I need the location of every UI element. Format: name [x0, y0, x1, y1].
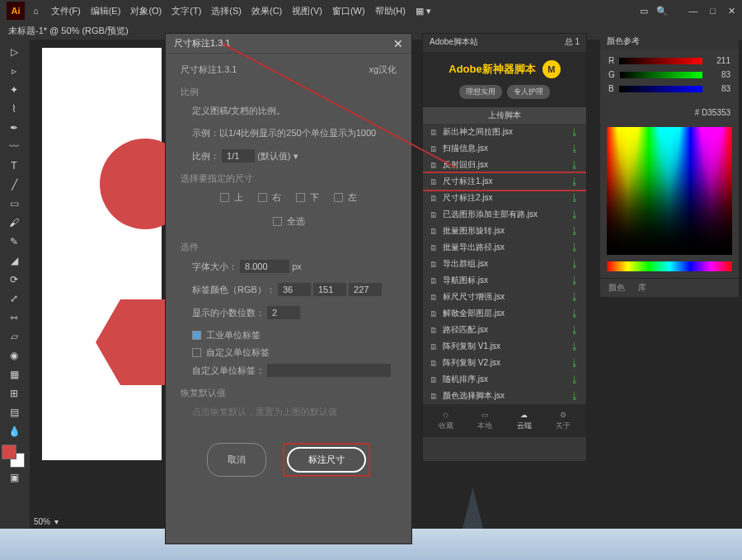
download-icon[interactable]: ⭳ [570, 357, 580, 369]
scripts-btn-1[interactable]: 理想实用 [459, 85, 502, 99]
script-item[interactable]: 🗎路径匹配.jsx⭳ [423, 322, 586, 338]
annotate-button[interactable]: 标注尺寸 [287, 447, 366, 473]
scale-tool-icon[interactable]: ⤢ [2, 289, 26, 308]
window-maximize-icon[interactable]: □ [710, 6, 716, 16]
script-item[interactable]: 🗎解散全部图层.jsx⭳ [423, 305, 586, 322]
download-icon[interactable]: ⭳ [570, 242, 580, 253]
zoom-dropdown-icon[interactable]: ▾ [54, 517, 59, 526]
tab-library[interactable]: 库 [638, 282, 646, 294]
scale-dropdown-icon[interactable]: ▾ [294, 151, 298, 161]
rectangle-tool-icon[interactable]: ▭ [2, 195, 26, 213]
cb-industrial[interactable]: 工业单位标签 [192, 329, 397, 341]
b-slider[interactable] [619, 86, 702, 92]
font-size-input[interactable] [240, 260, 289, 273]
nav-local[interactable]: ▭本地 [477, 411, 492, 431]
color-r-input[interactable] [278, 283, 311, 296]
shape-builder-tool-icon[interactable]: ◉ [2, 346, 26, 365]
width-tool-icon[interactable]: ⇿ [2, 308, 26, 327]
cb-left[interactable]: 左 [334, 191, 357, 204]
download-icon[interactable]: ⭳ [570, 258, 580, 270]
hue-strip[interactable] [607, 261, 732, 271]
menu-edit[interactable]: 编辑(E) [91, 5, 121, 17]
download-icon[interactable]: ⭳ [570, 143, 580, 154]
script-item[interactable]: 🗎随机排序.jsx⭳ [423, 371, 586, 388]
window-minimize-icon[interactable]: — [688, 6, 697, 16]
menu-effect[interactable]: 效果(C) [251, 5, 282, 17]
download-icon[interactable]: ⭳ [570, 176, 580, 187]
cb-up[interactable]: 上 [220, 191, 243, 204]
screen-mode-icon[interactable]: ▣ [2, 468, 26, 487]
download-icon[interactable]: ⭳ [570, 225, 580, 237]
direct-selection-tool-icon[interactable]: ▹ [2, 62, 26, 80]
download-icon[interactable]: ⭳ [570, 291, 580, 303]
line-tool-icon[interactable]: ╱ [2, 176, 26, 194]
cancel-button[interactable]: 取消 [207, 443, 266, 477]
download-icon[interactable]: ⭳ [570, 159, 580, 171]
scale-input[interactable] [222, 149, 255, 162]
script-item[interactable]: 🗎阵列复制 V2.jsx⭳ [423, 355, 586, 371]
selection-tool-icon[interactable]: ▷ [2, 43, 26, 61]
arrange-icon[interactable]: ▭ [640, 6, 648, 16]
script-item[interactable]: 🗎反射回归.jsx⭳ [423, 157, 586, 173]
lasso-tool-icon[interactable]: ⌇ [2, 100, 26, 118]
hex-value[interactable]: D35353 [702, 108, 730, 117]
g-value[interactable]: 83 [707, 70, 730, 79]
cb-down[interactable]: 下 [296, 191, 319, 204]
curvature-tool-icon[interactable]: 〰 [2, 138, 26, 156]
color-panel-tab[interactable]: 颜色参考 [600, 33, 739, 49]
download-icon[interactable]: ⭳ [570, 324, 580, 336]
free-transform-tool-icon[interactable]: ▱ [2, 327, 26, 346]
download-icon[interactable]: ⭳ [570, 126, 580, 138]
menu-object[interactable]: 对象(O) [130, 5, 162, 17]
tab-color[interactable]: 颜色 [608, 282, 625, 294]
download-icon[interactable]: ⭳ [570, 390, 580, 402]
cb-custom-unit[interactable]: 自定义单位标签 [192, 346, 397, 359]
zoom-level[interactable]: 50% [34, 517, 50, 526]
r-slider[interactable] [619, 58, 702, 64]
menu-help[interactable]: 帮助(H) [375, 5, 406, 17]
script-item[interactable]: 🗎尺寸标注2.jsx⭳ [423, 190, 586, 206]
pen-tool-icon[interactable]: ✒ [2, 119, 26, 137]
download-icon[interactable]: ⭳ [570, 275, 580, 286]
search-icon[interactable]: 🔍 [656, 6, 668, 16]
home-icon[interactable]: ⌂ [33, 6, 39, 16]
download-icon[interactable]: ⭳ [570, 341, 580, 352]
color-spectrum[interactable] [607, 127, 732, 255]
shaper-tool-icon[interactable]: ✎ [2, 233, 26, 251]
script-item[interactable]: 🗎颜色选择脚本.jsx⭳ [423, 388, 586, 404]
menu-type[interactable]: 文字(T) [171, 5, 201, 17]
type-tool-icon[interactable]: T [2, 157, 26, 175]
dialog-close-icon[interactable]: ✕ [393, 37, 403, 49]
menu-window[interactable]: 窗口(W) [332, 5, 365, 17]
script-item[interactable]: 🗎批量图形旋转.jsx⭳ [423, 223, 586, 239]
script-item[interactable]: 🗎阵列复制 V1.jsx⭳ [423, 338, 586, 355]
eyedropper-tool-icon[interactable]: 💧 [2, 422, 26, 440]
g-slider[interactable] [620, 72, 702, 78]
menu-file[interactable]: 文件(F) [51, 5, 81, 17]
b-value[interactable]: 83 [707, 84, 730, 93]
magic-wand-tool-icon[interactable]: ✦ [2, 81, 26, 99]
script-item[interactable]: 🗎新出神之间拉图.jsx⭳ [423, 124, 586, 140]
gradient-tool-icon[interactable]: ▤ [2, 403, 26, 421]
script-item[interactable]: 🗎导出群组.jsx⭳ [423, 256, 586, 272]
script-item[interactable]: 🗎扫描信息.jsx⭳ [423, 140, 586, 157]
decimals-input[interactable] [267, 306, 300, 319]
color-g-input[interactable] [313, 283, 346, 296]
color-swatches[interactable] [2, 445, 25, 468]
nav-favorite[interactable]: ◇收藏 [439, 411, 453, 431]
color-b-input[interactable] [349, 283, 382, 296]
script-item[interactable]: 🗎批量导出路径.jsx⭳ [423, 239, 586, 256]
scripts-btn-2[interactable]: 专人护理 [507, 85, 550, 99]
script-item[interactable]: 🗎尺寸标注1.jsx⭳ [423, 173, 586, 190]
menu-extra-icon[interactable]: ▦ ▾ [416, 6, 431, 16]
cb-select-all[interactable]: 全选 [273, 215, 305, 228]
script-item[interactable]: 🗎标尺尺寸增强.jsx⭳ [423, 289, 586, 305]
mesh-tool-icon[interactable]: ⊞ [2, 384, 26, 402]
download-icon[interactable]: ⭳ [570, 192, 580, 204]
download-icon[interactable]: ⭳ [570, 374, 580, 385]
scripts-panel-tab[interactable]: Adobe脚本站 [430, 36, 478, 49]
download-icon[interactable]: ⭳ [570, 209, 580, 220]
custom-unit-input[interactable] [267, 364, 391, 377]
cb-right[interactable]: 右 [258, 191, 281, 204]
menu-view[interactable]: 视图(V) [292, 5, 322, 17]
